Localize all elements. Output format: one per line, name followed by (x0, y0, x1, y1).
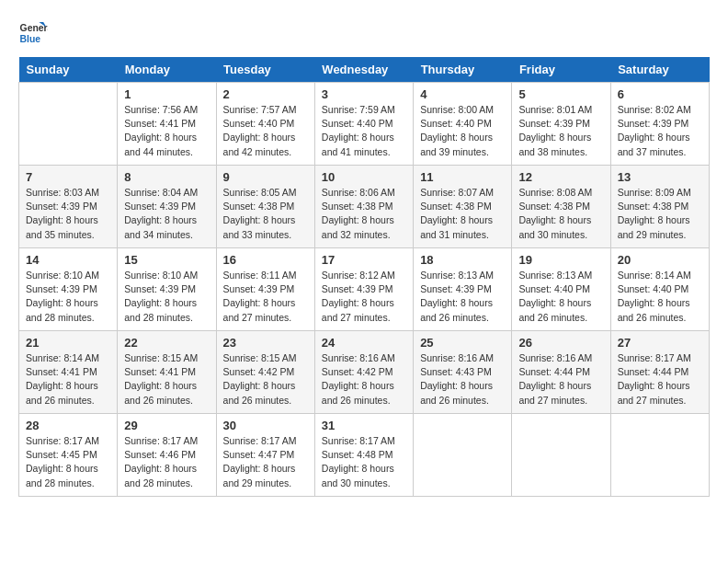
sunrise-text: Sunrise: 8:17 AM (124, 435, 198, 446)
calendar-cell: 7Sunrise: 8:03 AMSunset: 4:39 PMDaylight… (19, 166, 118, 248)
daylight-text: Daylight: 8 hours and 41 minutes. (322, 132, 394, 156)
sunrise-text: Sunrise: 8:10 AM (124, 270, 198, 281)
sunset-text: Sunset: 4:41 PM (124, 118, 196, 129)
sunrise-text: Sunrise: 8:00 AM (420, 104, 494, 115)
calendar-cell: 1Sunrise: 7:56 AMSunset: 4:41 PMDaylight… (118, 83, 216, 166)
sunset-text: Sunset: 4:48 PM (322, 449, 393, 460)
daylight-text: Daylight: 8 hours and 26 minutes. (223, 380, 296, 405)
calendar-cell: 8Sunrise: 8:04 AMSunset: 4:39 PMDaylight… (118, 166, 216, 248)
calendar-cell: 9Sunrise: 8:05 AMSunset: 4:38 PMDaylight… (216, 166, 314, 248)
cell-info: Sunrise: 8:10 AMSunset: 4:39 PMDaylight:… (26, 269, 110, 325)
day-number: 15 (124, 253, 209, 267)
daylight-text: Daylight: 8 hours and 26 minutes. (26, 380, 98, 405)
daylight-text: Daylight: 8 hours and 28 minutes. (124, 463, 197, 488)
daylight-text: Daylight: 8 hours and 33 minutes. (223, 214, 296, 239)
cell-info: Sunrise: 8:17 AMSunset: 4:44 PMDaylight:… (618, 351, 702, 408)
sunset-text: Sunset: 4:39 PM (518, 118, 590, 129)
calendar-cell: 18Sunrise: 8:13 AMSunset: 4:39 PMDayligh… (414, 248, 512, 331)
sunset-text: Sunset: 4:38 PM (518, 201, 590, 212)
sunrise-text: Sunrise: 8:17 AM (223, 435, 297, 446)
day-number: 4 (420, 87, 505, 101)
sunrise-text: Sunrise: 7:59 AM (322, 104, 395, 115)
sunset-text: Sunset: 4:39 PM (322, 283, 393, 294)
day-number: 27 (618, 336, 702, 350)
calendar-cell: 24Sunrise: 8:16 AMSunset: 4:42 PMDayligh… (314, 331, 413, 414)
sunset-text: Sunset: 4:41 PM (26, 366, 97, 377)
calendar-cell: 29Sunrise: 8:17 AMSunset: 4:46 PMDayligh… (118, 414, 216, 497)
cell-info: Sunrise: 8:15 AMSunset: 4:41 PMDaylight:… (124, 351, 209, 408)
daylight-text: Daylight: 8 hours and 26 minutes. (518, 297, 591, 322)
sunset-text: Sunset: 4:40 PM (618, 283, 689, 294)
calendar-cell: 17Sunrise: 8:12 AMSunset: 4:39 PMDayligh… (314, 248, 413, 331)
col-header-monday: Monday (118, 57, 216, 83)
sunset-text: Sunset: 4:39 PM (124, 283, 196, 294)
day-number: 22 (124, 336, 209, 350)
cell-info: Sunrise: 8:15 AMSunset: 4:42 PMDaylight:… (223, 351, 308, 408)
calendar-cell (512, 414, 610, 497)
sunrise-text: Sunrise: 7:56 AM (124, 104, 198, 115)
daylight-text: Daylight: 8 hours and 44 minutes. (124, 132, 197, 156)
sunrise-text: Sunrise: 8:16 AM (322, 352, 395, 363)
day-number: 14 (26, 253, 110, 267)
calendar-week-3: 14Sunrise: 8:10 AMSunset: 4:39 PMDayligh… (19, 248, 710, 331)
calendar-cell: 12Sunrise: 8:08 AMSunset: 4:38 PMDayligh… (512, 166, 610, 248)
calendar-cell: 10Sunrise: 8:06 AMSunset: 4:38 PMDayligh… (314, 166, 413, 248)
calendar-week-1: 1Sunrise: 7:56 AMSunset: 4:41 PMDaylight… (19, 83, 710, 166)
cell-info: Sunrise: 8:17 AMSunset: 4:48 PMDaylight:… (322, 434, 406, 490)
sunrise-text: Sunrise: 8:10 AM (26, 270, 99, 281)
col-header-wednesday: Wednesday (314, 57, 413, 83)
col-header-friday: Friday (512, 57, 610, 83)
cell-info: Sunrise: 7:56 AMSunset: 4:41 PMDaylight:… (124, 103, 209, 159)
daylight-text: Daylight: 8 hours and 27 minutes. (322, 297, 394, 322)
logo: General Blue (18, 18, 48, 48)
col-header-thursday: Thursday (414, 57, 512, 83)
sunset-text: Sunset: 4:45 PM (26, 449, 97, 460)
daylight-text: Daylight: 8 hours and 37 minutes. (618, 132, 690, 156)
day-number: 5 (518, 87, 603, 101)
calendar-cell: 15Sunrise: 8:10 AMSunset: 4:39 PMDayligh… (118, 248, 216, 331)
cell-info: Sunrise: 8:08 AMSunset: 4:38 PMDaylight:… (518, 186, 603, 242)
col-header-saturday: Saturday (610, 57, 709, 83)
day-number: 8 (124, 170, 209, 184)
sunset-text: Sunset: 4:39 PM (420, 283, 492, 294)
sunrise-text: Sunrise: 8:17 AM (618, 352, 691, 363)
day-number: 6 (618, 87, 702, 101)
day-number: 24 (322, 336, 406, 350)
sunrise-text: Sunrise: 8:15 AM (223, 352, 297, 363)
daylight-text: Daylight: 8 hours and 30 minutes. (518, 214, 591, 239)
cell-info: Sunrise: 8:01 AMSunset: 4:39 PMDaylight:… (518, 103, 603, 159)
daylight-text: Daylight: 8 hours and 27 minutes. (618, 380, 690, 405)
sunset-text: Sunset: 4:41 PM (124, 366, 196, 377)
cell-info: Sunrise: 8:07 AMSunset: 4:38 PMDaylight:… (420, 186, 505, 242)
day-number: 23 (223, 336, 308, 350)
sunrise-text: Sunrise: 8:01 AM (518, 104, 592, 115)
cell-info: Sunrise: 8:11 AMSunset: 4:39 PMDaylight:… (223, 269, 308, 325)
sunrise-text: Sunrise: 8:04 AM (124, 187, 198, 198)
logo-icon: General Blue (18, 18, 48, 48)
cell-info: Sunrise: 8:17 AMSunset: 4:46 PMDaylight:… (124, 434, 209, 490)
day-number: 1 (124, 87, 209, 101)
daylight-text: Daylight: 8 hours and 29 minutes. (618, 214, 690, 239)
daylight-text: Daylight: 8 hours and 39 minutes. (420, 132, 493, 156)
day-number: 29 (124, 419, 209, 432)
sunset-text: Sunset: 4:43 PM (420, 366, 492, 377)
day-number: 21 (26, 336, 110, 350)
sunrise-text: Sunrise: 8:12 AM (322, 270, 395, 281)
day-number: 18 (420, 253, 505, 267)
calendar-cell: 5Sunrise: 8:01 AMSunset: 4:39 PMDaylight… (512, 83, 610, 166)
sunrise-text: Sunrise: 8:14 AM (618, 270, 691, 281)
day-number: 13 (618, 170, 702, 184)
day-number: 30 (223, 419, 308, 432)
cell-info: Sunrise: 8:12 AMSunset: 4:39 PMDaylight:… (322, 269, 406, 325)
page-header: General Blue (18, 18, 710, 48)
day-number: 2 (223, 87, 308, 101)
calendar-cell: 30Sunrise: 8:17 AMSunset: 4:47 PMDayligh… (216, 414, 314, 497)
cell-info: Sunrise: 7:59 AMSunset: 4:40 PMDaylight:… (322, 103, 406, 159)
calendar-header-row: SundayMondayTuesdayWednesdayThursdayFrid… (19, 57, 710, 83)
cell-info: Sunrise: 8:06 AMSunset: 4:38 PMDaylight:… (322, 186, 406, 242)
daylight-text: Daylight: 8 hours and 35 minutes. (26, 214, 98, 239)
day-number: 9 (223, 170, 308, 184)
sunset-text: Sunset: 4:40 PM (518, 283, 590, 294)
daylight-text: Daylight: 8 hours and 26 minutes. (420, 380, 493, 405)
calendar-cell (610, 414, 709, 497)
